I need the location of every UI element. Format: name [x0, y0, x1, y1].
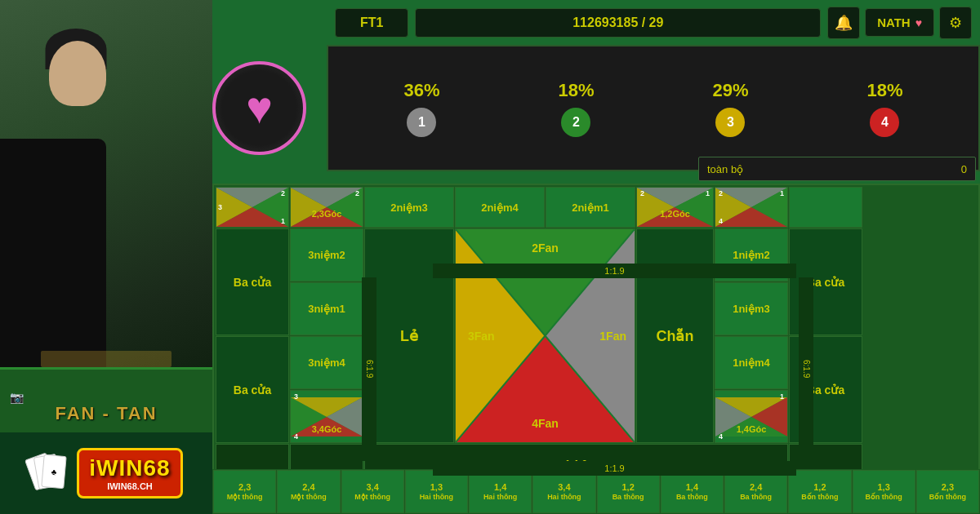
bot-9[interactable]: 1,2 Bốn thông	[788, 470, 851, 513]
game-id-button[interactable]: FT1	[335, 8, 408, 38]
gear-button[interactable]: ⚙	[939, 7, 972, 39]
bell-button[interactable]: 🔔	[827, 7, 860, 39]
n3-1-cell[interactable]: 3niệm1	[290, 282, 363, 335]
goc-1-2-cell[interactable]: 2 1 1,2Góc	[636, 187, 714, 228]
corner-tr: 2 1 4	[715, 187, 788, 228]
bot-4[interactable]: 1,4 Hai thông	[469, 470, 532, 513]
stat-item-2: 18% 2	[558, 80, 594, 137]
n2-1-cell[interactable]: 2niệm1	[546, 187, 635, 228]
stat-pct-3: 29%	[712, 80, 748, 101]
top-bar: FT1 112693185 / 29 🔔 NATH ♥ ⚙	[327, 0, 980, 45]
logo-sub-text: IWIN68.CH	[89, 481, 170, 491]
game-title-label: FAN - TAN	[55, 403, 157, 424]
ba-cua-left-bot[interactable]: Ba cửa	[216, 336, 289, 443]
camera-icon: 📷	[10, 391, 24, 404]
bottom-row: 2,3 Một thông 2,4 Một thông 3,4 Một thôn…	[212, 469, 980, 514]
goc-3-4-cell[interactable]: 3 4 3,4Góc	[290, 390, 363, 443]
n3-4-cell[interactable]: 3niệm4	[290, 336, 363, 389]
logo-area: ♠ ♦ ♣ iWIN68 IWIN68.CH	[0, 432, 212, 514]
fan2-label: 2Fan	[532, 241, 559, 255]
n3-2-cell[interactable]: 3niệm2	[290, 228, 363, 281]
toan-bo-label: toàn bộ	[707, 163, 743, 175]
ba-cua-left-top[interactable]: Ba cửa	[216, 228, 289, 335]
le-cell[interactable]: Lẻ	[364, 228, 454, 443]
bot-2[interactable]: 3,4 Một thông	[341, 470, 404, 513]
video-area: FAN - TAN 📷	[0, 0, 212, 432]
gear-icon: ⚙	[949, 14, 962, 32]
stats-bar: 36% 1 18% 2 29% 3 18% 4	[327, 45, 980, 171]
username-label: NATH	[877, 16, 911, 29]
heart-icon: ♥	[246, 86, 273, 131]
stat-item-1: 36% 1	[403, 80, 439, 137]
bot-3[interactable]: 1,3 Hai thông	[405, 470, 468, 513]
chan-cell[interactable]: Chẵn	[636, 228, 714, 443]
ratio-top: 1:1.9	[433, 264, 796, 278]
score-display: 112693185 / 29	[415, 8, 821, 38]
fan1-label: 1Fan	[599, 330, 626, 343]
stat-pct-2: 18%	[558, 80, 594, 101]
ratio-bottom: 1:1.9	[433, 461, 796, 476]
vert-ratio-right: 6:1.9	[799, 277, 813, 461]
stat-pct-4: 18%	[866, 80, 902, 101]
goc-2-3-cell[interactable]: 2 2,3Góc	[290, 187, 363, 228]
bot-6[interactable]: 1,2 Ba thông	[597, 470, 660, 513]
fan-area: 2Fan 3Fan 1Fan 4Fan	[455, 228, 635, 443]
n2-3-cell[interactable]: 2niệm3	[364, 187, 454, 228]
toan-bo-row: toàn bộ 0	[698, 157, 976, 181]
username-button[interactable]: NATH ♥	[865, 8, 934, 37]
stat-badge-1: 1	[407, 108, 436, 137]
goc-1-4-cell[interactable]: 1 4 1,4Góc	[715, 390, 788, 443]
stat-item-4: 18% 4	[866, 80, 902, 137]
bot-5[interactable]: 3,4 Hai thông	[532, 470, 595, 513]
bot-10[interactable]: 1,3 Bốn thông	[853, 470, 915, 513]
logo-box: iWIN68 IWIN68.CH	[77, 448, 182, 498]
empty-tr	[789, 187, 862, 228]
bot-0[interactable]: 2,3 Một thông	[213, 470, 276, 513]
stat-badge-3: 3	[715, 108, 745, 137]
n1-3-cell[interactable]: 1niệm3	[715, 282, 788, 335]
user-area: 🔔 NATH ♥ ⚙	[827, 7, 972, 39]
logo-main-text: iWIN68	[89, 455, 170, 481]
fan3-label: 3Fan	[468, 330, 495, 343]
dealer-video: FAN - TAN 📷	[0, 0, 212, 432]
stat-badge-2: 2	[561, 108, 590, 137]
heart-small-icon: ♥	[915, 16, 922, 29]
bell-icon: 🔔	[835, 14, 853, 32]
stat-badge-4: 4	[870, 108, 899, 137]
bot-7[interactable]: 1,4 Ba thông	[661, 470, 724, 513]
n2-4-cell[interactable]: 2niệm4	[455, 187, 545, 228]
bot-8[interactable]: 2,4 Ba thông	[724, 470, 787, 513]
bot-1[interactable]: 2,4 Một thông	[277, 470, 340, 513]
corner-tl: 2 3 1	[216, 187, 289, 228]
toan-bo-value: 0	[961, 163, 967, 175]
heart-avatar: ♥	[212, 61, 306, 155]
stat-pct-1: 36%	[403, 80, 439, 101]
bot-11[interactable]: 2,3 Bốn thông	[916, 470, 979, 513]
stat-item-3: 29% 3	[712, 80, 748, 137]
fan4-label: 4Fan	[532, 417, 559, 430]
n1-4-cell[interactable]: 1niệm4	[715, 336, 788, 389]
vert-ratio-left: 6:1.9	[362, 277, 376, 461]
